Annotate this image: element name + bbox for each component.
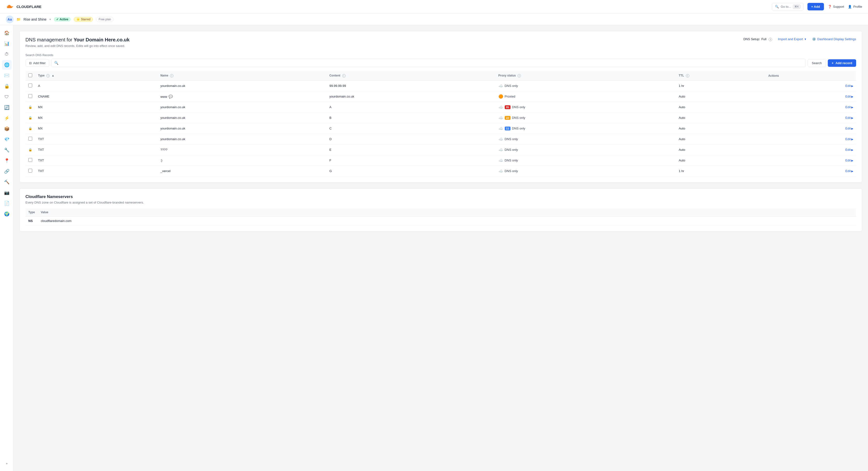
- sidebar-item-performance[interactable]: ⏱: [2, 49, 11, 59]
- goto-button[interactable]: 🔍 Go to... ⌘K: [772, 3, 804, 10]
- edit-link[interactable]: Edit▶: [845, 159, 853, 162]
- row-proxy-status: 🟠 Proxied: [496, 91, 676, 102]
- table-row: 🔒MXyourdomain.co.ukC☁️ 11 DNS onlyAutoEd…: [25, 123, 856, 134]
- dns-subtitle: Review, add, and edit DNS records. Edits…: [25, 44, 130, 48]
- row-name: yourdomain.co.uk: [157, 123, 327, 134]
- edit-link[interactable]: Edit▶: [845, 137, 853, 141]
- edit-link[interactable]: Edit▶: [845, 95, 853, 98]
- sidebar-item-settings[interactable]: 🔨: [2, 177, 11, 187]
- row-ttl: Auto: [676, 144, 765, 155]
- sidebar-item-location[interactable]: 📍: [2, 156, 11, 166]
- row-checkbox[interactable]: [28, 94, 32, 98]
- edit-link[interactable]: Edit▶: [845, 84, 853, 88]
- chevron-down-icon: ▾: [805, 37, 806, 41]
- starred-badge[interactable]: ⭐ Starred: [73, 17, 93, 22]
- search-input[interactable]: [58, 59, 803, 67]
- content-info-icon[interactable]: i: [342, 74, 346, 77]
- goto-kbd: ⌘K: [793, 5, 800, 9]
- sidebar-item-tools[interactable]: 🔧: [2, 145, 11, 155]
- active-badge: ✓ Active: [54, 17, 71, 22]
- lock-icon: 🔒: [28, 105, 32, 109]
- add-filter-button[interactable]: ⊟ Add filter: [25, 59, 49, 67]
- sidebar-item-network[interactable]: 🔗: [2, 167, 11, 176]
- col-type[interactable]: Type i ▲: [35, 71, 157, 80]
- lock-icon: 🔒: [28, 148, 32, 152]
- folder-icon: 📁: [17, 18, 21, 21]
- row-type: TXT: [35, 166, 157, 176]
- sidebar-expand[interactable]: »: [2, 459, 11, 468]
- check-icon: ✓: [56, 18, 59, 21]
- edit-link[interactable]: Edit▶: [845, 127, 853, 130]
- row-ttl: 1 hr: [676, 80, 765, 91]
- col-checkbox: [25, 71, 35, 80]
- dashboard-display-settings-button[interactable]: ⚙️ Dashboard Display Settings: [812, 37, 856, 41]
- select-all-checkbox[interactable]: [28, 73, 32, 77]
- table-row: TXTyourdomain.co.ukD☁️ DNS onlyAutoEdit▶: [25, 134, 856, 144]
- sidebar-item-ssl[interactable]: 🔒: [2, 81, 11, 91]
- col-name[interactable]: Name i: [157, 71, 327, 80]
- setup-info-icon[interactable]: i: [769, 38, 772, 41]
- edit-link[interactable]: Edit▶: [845, 116, 853, 120]
- row-checkbox-cell: [25, 155, 35, 166]
- topnav: CLOUDFLARE 🔍 Go to... ⌘K + Add ❓ Support…: [0, 0, 868, 13]
- type-info-icon[interactable]: i: [46, 74, 50, 77]
- col-ttl[interactable]: TTL i: [676, 71, 765, 80]
- col-proxy-status[interactable]: Proxy status i: [496, 71, 676, 80]
- sidebar-item-home[interactable]: 🏠: [2, 28, 11, 38]
- priority-badge: 11: [505, 127, 510, 130]
- nameservers-card: Cloudflare Nameservers Every DNS zone on…: [20, 188, 862, 231]
- sidebar-item-storage[interactable]: 📦: [2, 124, 11, 134]
- row-content: 99.99.99.99: [327, 80, 496, 91]
- sidebar-item-analytics[interactable]: 📊: [2, 39, 11, 48]
- row-checkbox[interactable]: [28, 158, 32, 162]
- chevron-right-icon: ▶: [851, 170, 853, 173]
- row-ttl: Auto: [676, 102, 765, 112]
- grey-cloud-icon: ☁️: [498, 158, 503, 163]
- search-label: Search DNS Records: [25, 54, 856, 57]
- sidebar-item-email[interactable]: ✉️: [2, 71, 11, 80]
- search-input-wrap: 🔍: [51, 59, 806, 67]
- proxy-info-icon[interactable]: i: [518, 74, 521, 77]
- ns-value: cloudflaredomain.com: [38, 216, 856, 225]
- sidebar-item-workers[interactable]: 💎: [2, 135, 11, 144]
- row-checkbox-cell: 🔒: [25, 123, 35, 134]
- comment-icon: 💬: [168, 95, 173, 99]
- sidebar-bottom: »: [2, 459, 11, 468]
- sidebar-item-capture[interactable]: 📷: [2, 188, 11, 198]
- edit-link[interactable]: Edit▶: [845, 169, 853, 173]
- support-button[interactable]: ❓ Support: [828, 5, 844, 8]
- support-icon: ❓: [828, 5, 832, 8]
- sidebar-item-firewall[interactable]: 🛡: [2, 92, 11, 102]
- sidebar-item-dns[interactable]: 🌐: [2, 60, 11, 70]
- edit-link[interactable]: Edit▶: [845, 105, 853, 109]
- sidebar-item-pages[interactable]: 📄: [2, 199, 11, 208]
- sidebar-item-redirect[interactable]: 🔄: [2, 103, 11, 112]
- name-info-icon[interactable]: i: [170, 74, 174, 77]
- topnav-right: 🔍 Go to... ⌘K + Add ❓ Support 👤 Profile: [772, 3, 862, 10]
- sort-icon: ▲: [52, 74, 55, 77]
- row-proxy-status: ☁️ DNS only: [496, 144, 676, 155]
- row-proxy-status: ☁️ DNS only: [496, 134, 676, 144]
- row-checkbox[interactable]: [28, 83, 32, 88]
- ttl-info-icon[interactable]: i: [686, 74, 689, 77]
- col-content[interactable]: Content i: [327, 71, 496, 80]
- logo[interactable]: CLOUDFLARE: [6, 2, 41, 11]
- import-export-button[interactable]: Import and Export ▾: [778, 37, 806, 41]
- edit-link[interactable]: Edit▶: [845, 148, 853, 152]
- sidebar-item-global[interactable]: 🌍: [2, 209, 11, 219]
- add-button[interactable]: + Add: [807, 3, 824, 10]
- profile-button[interactable]: 👤 Profile: [848, 5, 862, 8]
- row-content: B: [327, 112, 496, 123]
- sidebar-item-speed[interactable]: ⚡: [2, 113, 11, 123]
- add-record-button[interactable]: + Add record: [828, 59, 856, 67]
- row-name: yourdomain.co.uk: [157, 134, 327, 144]
- row-checkbox[interactable]: [28, 137, 32, 141]
- search-button[interactable]: Search: [808, 59, 826, 67]
- row-actions: Edit▶: [765, 155, 856, 166]
- site-selector[interactable]: Rise and Shine ▾: [24, 18, 51, 21]
- dns-title: DNS management for Your Domain Here.co.u…: [25, 37, 130, 43]
- search-row: ⊟ Add filter 🔍 Search + Add record: [25, 59, 856, 67]
- row-type: MX: [35, 102, 157, 112]
- search-icon: 🔍: [54, 61, 58, 65]
- row-checkbox[interactable]: [28, 169, 32, 173]
